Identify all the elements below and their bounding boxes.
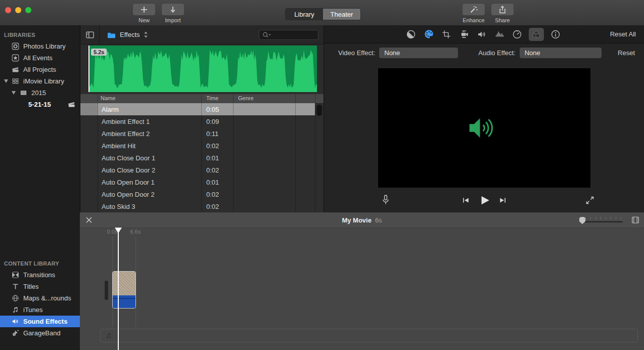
next-button[interactable] [498,195,508,205]
sidebar-item-label: 5-21-15 [28,101,51,108]
cell-genre [233,152,295,164]
sidebar-item-label: All Projects [23,66,56,73]
sidebar-item-label: GarageBand [23,329,61,337]
clip-filter-icon[interactable] [529,28,544,41]
enhance-button[interactable]: Enhance [462,3,485,23]
libraries-header: LIBRARIES [0,25,80,40]
color-correction-icon[interactable] [423,28,435,40]
fullscreen-icon[interactable] [584,195,595,206]
new-button[interactable]: New [132,3,156,23]
popup-arrows-icon [144,31,148,38]
imovie-window: New Import Library Theater Enhance [0,0,644,350]
event-thumbnail-icon [19,89,28,97]
play-button[interactable] [478,194,491,207]
volume-icon[interactable] [476,28,488,40]
sidebar-item-label: Sound Effects [23,318,67,325]
libraries-sidebar: LIBRARIES Photos Library All Events All … [0,25,80,350]
disclosure-triangle-icon[interactable] [12,91,16,95]
audio-effect-dropdown[interactable]: None [520,48,602,58]
table-row[interactable]: Auto Close Door 10:01 [80,152,324,164]
project-duration: 6s [375,216,382,224]
table-row[interactable]: Ambient Hit0:02 [80,140,324,152]
transitions-icon [11,271,20,279]
sidebar-item-maps-backgrounds[interactable]: Maps &...rounds [0,292,80,304]
sidebar-item-itunes[interactable]: iTunes [0,304,80,316]
source-popup[interactable]: Effects [107,31,148,39]
sidebar-item-label: Photos Library [23,42,66,50]
cell-gutter [80,152,98,164]
sidebar-item-titles[interactable]: Titles [0,281,80,292]
cell-name: Ambient Effect 1 [98,115,201,127]
cell-name: Auto Close Door 1 [98,152,201,164]
import-button[interactable]: Import [161,3,185,23]
sidebar-item-garageband[interactable]: GarageBand [0,327,80,339]
preview-playhead[interactable] [88,46,89,92]
zoom-slider-track[interactable] [580,221,623,223]
new-button-label: New [139,17,150,23]
timeline-clip[interactable] [112,271,136,309]
sidebar-item-2015[interactable]: 2015 [0,87,80,99]
table-row[interactable]: Alarm0:05 [80,103,324,115]
sidebar-item-transitions[interactable]: Transitions [0,269,80,281]
cell-gutter [80,127,98,140]
clip-appearance-icon[interactable] [631,215,640,225]
transport-controls [324,191,644,209]
info-icon[interactable] [549,28,562,40]
sound-effect-waveform-preview[interactable]: 5.2s [88,46,317,92]
sidebar-item-all-projects[interactable]: All Projects [0,64,80,75]
stabilization-icon[interactable] [458,28,470,40]
reset-all-button[interactable]: Reset All [610,25,636,43]
table-row[interactable]: Auto Open Door 10:01 [80,176,324,188]
sidebar-item-5-21-15[interactable]: 5-21-15 [0,99,80,110]
video-effect-dropdown[interactable]: None [379,48,458,58]
library-theater-switch: Library Theater [285,8,361,20]
disclosure-triangle-icon[interactable] [4,79,8,83]
traffic-lights [5,7,31,13]
minimize-window-button[interactable] [15,7,21,13]
column-header-name[interactable]: Name [101,95,115,101]
microphone-icon[interactable] [380,194,392,207]
playhead[interactable] [118,228,119,350]
zoom-window-button[interactable] [25,7,31,13]
tab-theater[interactable]: Theater [323,9,360,20]
tab-library[interactable]: Library [286,9,323,20]
timeline-scrollbar[interactable] [105,281,108,300]
cell-extra [295,115,315,127]
content-library-header: CONTENT LIBRARY [0,254,80,269]
cell-genre [233,103,295,115]
close-window-button[interactable] [5,7,11,13]
column-header-genre[interactable]: Genre [238,95,254,101]
column-header-time[interactable]: Time [206,95,218,101]
sidebar-item-sound-effects[interactable]: Sound Effects [0,316,80,327]
speed-icon[interactable] [511,28,523,40]
sidebar-item-label: Transitions [23,271,55,279]
table-row[interactable]: Auto Open Door 20:02 [80,188,324,200]
clip-video-thumbnail [113,272,135,295]
cell-genre [233,115,295,127]
sidebar-item-imovie-library[interactable]: iMovie Library [0,75,80,87]
share-button-label: Share [495,17,510,23]
sidebar-item-all-events[interactable]: All Events [0,52,80,64]
table-row[interactable]: Ambient Effect 20:11 [80,127,324,140]
sidebar-item-label: iMovie Library [23,77,64,85]
background-music-well[interactable] [100,329,638,342]
cell-genre [233,127,295,140]
color-balance-icon[interactable] [405,28,417,40]
viewer-pane: Reset All Video Effect: None Audio Effec… [324,25,644,212]
share-button[interactable]: Share [491,3,514,23]
table-row[interactable]: Auto Close Door 20:02 [80,164,324,176]
reset-button[interactable]: Reset [618,49,635,57]
crop-icon[interactable] [440,28,452,40]
timeline-pane: My Movie 6s 0.0s 6.6s [80,212,644,350]
search-input[interactable] [272,31,312,38]
star-icon [11,54,20,62]
search-field[interactable] [259,30,318,40]
table-row[interactable]: Auto Skid 30:02 [80,200,324,212]
sidebar-toggle-button[interactable] [80,25,100,44]
noise-reduction-icon[interactable] [493,28,505,40]
cell-time: 0:05 [201,103,233,115]
table-scrollbar[interactable] [316,105,322,116]
sidebar-item-photos-library[interactable]: Photos Library [0,40,80,52]
table-row[interactable]: Ambient Effect 10:09 [80,115,324,127]
previous-button[interactable] [461,195,471,205]
